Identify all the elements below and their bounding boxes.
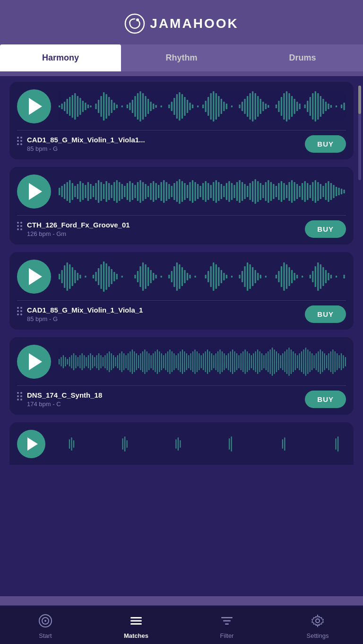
svg-rect-190 [304, 181, 306, 202]
tab-drums[interactable]: Drums [242, 44, 363, 71]
svg-rect-77 [288, 93, 290, 120]
svg-rect-226 [121, 276, 123, 278]
play-button-4[interactable] [17, 345, 51, 379]
svg-rect-392 [276, 351, 277, 372]
svg-rect-17 [100, 96, 102, 117]
svg-rect-12 [85, 103, 86, 110]
svg-rect-285 [330, 275, 332, 278]
svg-rect-118 [116, 180, 118, 203]
matches-icon [128, 612, 145, 629]
svg-rect-192 [310, 185, 311, 198]
play-button-partial[interactable] [17, 430, 45, 458]
svg-rect-434 [180, 440, 181, 448]
svg-rect-153 [207, 183, 209, 200]
svg-rect-432 [175, 439, 176, 449]
svg-rect-268 [278, 271, 279, 282]
buy-button-2[interactable]: BUY [305, 220, 346, 238]
svg-rect-248 [207, 271, 209, 282]
svg-rect-257 [239, 275, 240, 278]
svg-rect-435 [229, 438, 230, 450]
svg-rect-105 [82, 183, 84, 200]
svg-rect-58 [226, 104, 227, 109]
svg-rect-60 [239, 104, 240, 108]
play-button-1[interactable] [17, 89, 51, 123]
svg-rect-304 [92, 355, 93, 368]
svg-rect-2 [59, 105, 60, 107]
svg-rect-211 [72, 267, 73, 286]
buy-button-4[interactable]: BUY [305, 391, 346, 408]
svg-rect-142 [179, 179, 180, 204]
svg-rect-326 [138, 355, 139, 368]
svg-rect-35 [153, 104, 154, 109]
svg-rect-380 [251, 355, 252, 368]
tabs-container: Harmony Rhythm Drums [0, 44, 363, 71]
scrollbar-thumb[interactable] [358, 86, 361, 114]
svg-rect-375 [241, 353, 242, 370]
tab-rhythm[interactable]: Rhythm [121, 44, 242, 71]
svg-rect-271 [286, 264, 287, 289]
svg-rect-290 [63, 355, 64, 368]
svg-rect-114 [105, 181, 107, 202]
svg-rect-317 [119, 353, 120, 370]
svg-rect-236 [161, 276, 162, 278]
svg-rect-98 [64, 184, 65, 199]
svg-rect-204 [341, 189, 342, 194]
waveform-1 [59, 89, 346, 123]
svg-rect-122 [127, 183, 128, 200]
svg-rect-405 [303, 349, 304, 374]
svg-rect-4 [64, 102, 65, 111]
svg-rect-448 [223, 620, 231, 622]
svg-rect-40 [173, 98, 175, 115]
svg-rect-132 [153, 181, 154, 202]
svg-rect-209 [67, 262, 68, 291]
svg-rect-64 [249, 93, 251, 120]
svg-rect-447 [221, 617, 233, 618]
track-details-4: DNS_174_C_Synth_18 174 bpm - C [17, 391, 102, 408]
play-button-3[interactable] [17, 260, 51, 294]
svg-rect-241 [179, 264, 180, 289]
svg-rect-26 [129, 103, 130, 110]
svg-rect-6 [69, 97, 70, 116]
buy-button-1[interactable]: BUY [305, 135, 346, 153]
svg-rect-91 [328, 104, 329, 109]
svg-rect-362 [213, 355, 214, 368]
drag-handle-icon-1 [17, 136, 22, 145]
svg-rect-416 [326, 355, 327, 368]
logo-icon [124, 13, 145, 34]
svg-rect-37 [161, 105, 162, 107]
svg-rect-291 [65, 357, 66, 366]
svg-rect-334 [155, 351, 156, 372]
tab-harmony[interactable]: Harmony [0, 44, 121, 71]
svg-rect-449 [225, 624, 229, 625]
svg-rect-87 [317, 93, 319, 120]
svg-rect-96 [59, 188, 60, 195]
svg-rect-403 [299, 353, 300, 370]
nav-item-filter[interactable]: Filter [182, 612, 272, 639]
svg-rect-186 [294, 182, 295, 201]
svg-rect-298 [79, 355, 80, 368]
svg-rect-145 [187, 185, 188, 198]
svg-rect-14 [90, 105, 91, 107]
svg-rect-331 [148, 353, 149, 370]
nav-item-start[interactable]: Start [0, 612, 91, 639]
svg-rect-182 [283, 183, 285, 200]
svg-rect-164 [236, 182, 238, 201]
svg-rect-66 [255, 93, 256, 120]
svg-rect-90 [325, 102, 327, 111]
svg-rect-438 [284, 437, 285, 451]
svg-rect-56 [221, 99, 222, 114]
svg-rect-78 [291, 96, 293, 117]
svg-rect-354 [197, 351, 198, 372]
svg-rect-183 [286, 185, 287, 198]
svg-rect-259 [244, 266, 245, 287]
svg-rect-38 [168, 104, 170, 108]
nav-item-matches[interactable]: Matches [91, 612, 182, 639]
svg-rect-188 [299, 186, 301, 197]
svg-rect-166 [242, 182, 243, 201]
scrollbar-track[interactable] [358, 86, 361, 180]
svg-rect-76 [286, 91, 287, 122]
play-button-2[interactable] [17, 174, 51, 209]
buy-button-3[interactable]: BUY [305, 305, 346, 323]
svg-rect-104 [79, 181, 81, 202]
nav-item-settings[interactable]: Settings [272, 612, 363, 639]
